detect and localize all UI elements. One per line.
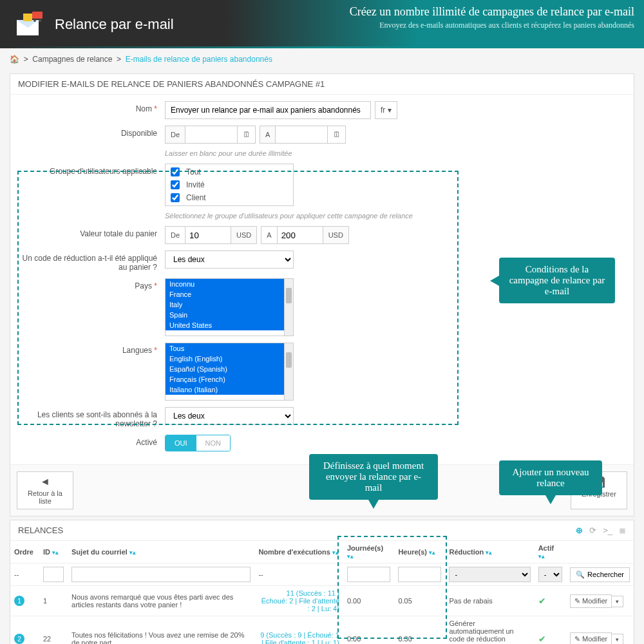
calendar-icon[interactable]: 🗓 <box>327 126 345 143</box>
cart-to[interactable]: AUSD <box>261 226 349 244</box>
mail-cart-icon <box>13 8 45 41</box>
refresh-icon[interactable]: ⟳ <box>589 526 596 535</box>
filter-hours[interactable] <box>398 567 441 582</box>
country-multiselect[interactable]: Inconnu France Italy Spain United States <box>165 278 294 336</box>
name-input[interactable] <box>165 101 371 119</box>
label-languages: Langues * <box>17 343 165 355</box>
header-promo-title: Créez un nombre illimité de campagnes de… <box>350 5 634 19</box>
header-promo-sub: Envoyez des e-mails automatiques aux cli… <box>350 21 634 30</box>
cart-from[interactable]: DeUSD <box>165 226 257 244</box>
active-check-icon[interactable]: ✔ <box>535 586 566 616</box>
label-available: Disponible <box>17 126 165 138</box>
cb-client[interactable] <box>171 193 180 202</box>
sql-icon[interactable]: >_ <box>603 526 612 535</box>
row-order-badge[interactable]: 2 <box>14 634 24 644</box>
label-discount-applied: Un code de réduction a-t-il été appliqué… <box>17 251 165 272</box>
label-newsletter: Les clients se sont-ils abonnés à la new… <box>17 407 165 428</box>
available-help: Laisser en blanc pour une durée illimité… <box>165 149 627 157</box>
row-dropdown[interactable]: ▾ <box>612 634 623 645</box>
group-help: Sélectionnez le groupe d'utilisateurs po… <box>165 212 627 220</box>
newsletter-select[interactable]: Les deux <box>165 407 294 425</box>
label-cart-value: Valeur totale du panier <box>17 226 165 238</box>
cb-all[interactable] <box>171 167 180 176</box>
enabled-toggle[interactable]: OUI NON <box>165 435 231 451</box>
callout-add: Ajouter un nouveau relance <box>499 460 602 495</box>
relances-title: RELANCES <box>18 526 63 535</box>
pencil-icon: ✎ <box>574 597 580 605</box>
svg-rect-2 <box>23 14 32 21</box>
filter-discount[interactable]: - <box>449 567 530 582</box>
db-icon[interactable]: ≣ <box>619 526 626 535</box>
search-button[interactable]: 🔍Rechercher <box>570 567 630 582</box>
col-discount[interactable]: Réduction ▾▴ <box>445 541 534 564</box>
row-dropdown[interactable]: ▾ <box>612 596 623 607</box>
svg-point-5 <box>39 19 41 22</box>
filter-id[interactable] <box>43 567 64 582</box>
callout-timing: Définissez à quel moment envoyer la rela… <box>309 454 438 500</box>
lang-dropdown[interactable]: fr ▾ <box>375 101 397 119</box>
breadcrumb-current[interactable]: E-mails de relance de paniers abandonnés <box>126 55 272 64</box>
breadcrumb-level[interactable]: Campagnes de relance <box>32 55 112 64</box>
row-order-badge[interactable]: 1 <box>14 596 24 606</box>
col-active[interactable]: Actif ▾▴ <box>535 541 566 564</box>
header-promo: Créez un nombre illimité de campagnes de… <box>350 5 634 30</box>
date-to[interactable]: A🗓 <box>260 126 346 144</box>
col-runs[interactable]: Nombre d'exécutions ▾▴ <box>254 541 343 564</box>
group-checkbox-list: Tout Invité Client <box>165 164 294 206</box>
table-row: 2 22 Toutes nos félicitations ! Vous ave… <box>10 616 634 645</box>
pencil-icon: ✎ <box>574 635 580 643</box>
edit-button[interactable]: ✎Modifier <box>570 594 612 608</box>
search-icon: 🔍 <box>576 571 585 579</box>
home-icon[interactable]: 🏠 <box>10 55 19 64</box>
svg-point-4 <box>33 19 36 22</box>
filter-active[interactable]: - <box>538 567 562 582</box>
col-hours[interactable]: Heure(s) ▾▴ <box>394 541 445 564</box>
col-days[interactable]: Journée(s) ▾▴ <box>343 541 395 564</box>
table-row: 1 1 Nous avons remarqué que vous êtes pa… <box>10 586 634 616</box>
panel-heading: MODIFIER E-MAILS DE RELANCE DE PANIERS A… <box>10 74 634 95</box>
date-from[interactable]: De🗓 <box>165 126 256 144</box>
filter-days[interactable] <box>347 567 391 582</box>
add-icon[interactable]: ⊕ <box>576 526 583 535</box>
label-group: Groupe d'utilisateurs applicable <box>17 164 165 176</box>
cb-guest[interactable] <box>171 180 180 189</box>
back-icon: ◄ <box>40 476 50 488</box>
filter-subject[interactable] <box>71 567 251 582</box>
edit-button[interactable]: ✎Modifier <box>570 632 612 645</box>
breadcrumb: 🏠 > Campagnes de relance > E-mails de re… <box>0 48 644 70</box>
header-title: Relance par e-mail <box>55 16 174 33</box>
table-toolbar: ⊕ ⟳ >_ ≣ <box>576 526 626 535</box>
discount-applied-select[interactable]: Les deux <box>165 251 294 269</box>
svg-rect-3 <box>32 12 43 19</box>
active-check-icon[interactable]: ✔ <box>535 616 566 645</box>
language-multiselect[interactable]: Tous English (English) Español (Spanish)… <box>165 343 294 401</box>
header: Relance par e-mail Créez un nombre illim… <box>0 0 644 48</box>
col-order: Ordre <box>10 541 39 564</box>
callout-conditions: Conditions de la campagne de relance par… <box>499 258 615 303</box>
calendar-icon[interactable]: 🗓 <box>237 126 255 143</box>
col-id[interactable]: ID ▾▴ <box>39 541 68 564</box>
col-subject[interactable]: Sujet du courriel ▾▴ <box>68 541 254 564</box>
label-enabled: Activé <box>17 435 165 447</box>
relances-panel: RELANCES ⊕ ⟳ >_ ≣ Ordre ID ▾▴ Sujet du c… <box>10 520 634 644</box>
back-button[interactable]: ◄Retour à la liste <box>17 471 73 509</box>
label-country: Pays * <box>17 278 165 290</box>
label-name: Nom * <box>17 101 165 113</box>
